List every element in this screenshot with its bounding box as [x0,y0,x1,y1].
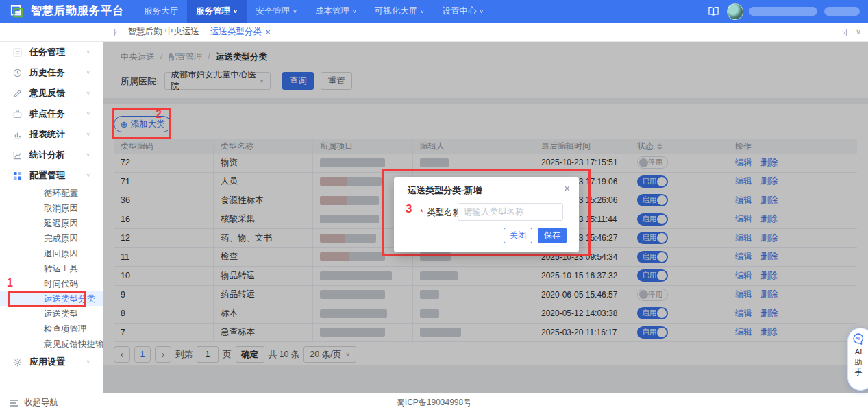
tasks-icon [12,47,23,58]
app-title: 智慧后勤服务平台 [31,4,124,19]
chevron-down-icon: ∨ [233,9,238,14]
sidebar-item[interactable]: 统计分析∨ [0,145,103,165]
tab-close-icon[interactable]: × [266,27,271,37]
chevron-down-icon: ∨ [86,111,90,117]
nav-item-3[interactable]: 安全管理∨ [247,0,306,23]
chevron-down-icon: ∨ [480,9,484,14]
annotation-box-2 [112,108,171,139]
ai-assistant-button[interactable]: AI AI 助 手 [847,328,868,391]
sidebar-item[interactable]: 任务管理∨ [0,42,103,62]
report-icon [12,129,23,140]
main-content: 中央运送 / 配置管理 / 运送类型分类 所属医院: 成都市妇女儿童中心医院 ▼… [103,42,868,393]
annotation-number-2: 2 [156,108,162,121]
nav-item-4[interactable]: 成本管理∨ [306,0,366,23]
add-category-modal: 运送类型分类-新增 × 3 * 类型名称 关闭 保存 [394,177,579,252]
sidebar: 任务管理∨历史任务∨意见反馈∨驻点任务∨报表统计∨统计分析∨配置管理∨循环配置取… [0,42,103,393]
tabs-scroll-right-icon[interactable]: ›| [843,28,847,36]
nav-item-label: 可视化大屏 [375,5,418,17]
ai-label-1: AI [851,347,866,357]
tab-bar: |‹ 智慧后勤-中央运送 运送类型分类 × ›| ∨ [0,23,868,42]
nav-item-label: 安全管理 [256,5,290,17]
sidebar-subitem[interactable]: 循环配置 [0,186,103,201]
required-asterisk: * [420,208,423,217]
chevron-down-icon: ∨ [86,359,90,365]
sidebar-item-label: 配置管理 [29,169,65,182]
sidebar-submenu: 循环配置取消原因延迟原因完成原因退回原因转运工具时间代码运送类型分类运送类型检查… [0,186,103,352]
sidebar-item[interactable]: 驻点任务∨ [0,104,103,124]
sidebar-subitem[interactable]: 转运工具 [0,261,103,276]
sidebar-subitem[interactable]: 完成原因 [0,231,103,246]
sidebar-item-label: 应用设置 [29,356,65,368]
app-logo-icon [10,5,24,19]
nav-item-1[interactable]: 服务大厅 [135,0,187,23]
footer-bar: 蜀ICP备19034998号 收起导航 [0,393,868,412]
tab-transport-type-category[interactable]: 运送类型分类 × [210,26,271,38]
modal-title: 运送类型分类-新增 [408,184,482,197]
sidebar-item[interactable]: 应用设置∨ [0,352,103,372]
station-icon [12,108,23,119]
nav-item-label: 设置中心 [443,5,477,17]
modal-close-button[interactable]: 关闭 [504,228,532,243]
chevron-down-icon: ∨ [86,70,90,75]
icp-number: 蜀ICP备19034998号 [0,397,868,409]
manual-book-icon[interactable] [707,6,720,16]
chevron-down-icon: ∨ [293,9,297,14]
redacted-role [824,7,860,16]
sidebar-item-label: 任务管理 [29,46,65,58]
tab-central-transport[interactable]: 智慧后勤-中央运送 [128,26,199,38]
nav-item-2[interactable]: 服务管理∨ [187,0,247,23]
annotation-number-1: 1 [7,277,13,289]
chevron-down-icon: ∨ [86,173,90,178]
svg-text:AI: AI [856,336,860,341]
redacted-username [749,7,817,16]
chevron-down-icon: ∨ [352,9,357,14]
annotation-number-3: 3 [406,202,412,216]
feedback-icon [12,88,23,99]
sidebar-item-label: 意见反馈 [29,87,65,99]
chevron-down-icon: ∨ [86,90,90,96]
tabs-menu-caret-icon[interactable]: ∨ [856,27,861,36]
sidebar-item-label: 报表统计 [29,128,65,141]
sidebar-subitem[interactable]: 取消原因 [0,201,103,216]
nav-item-5[interactable]: 可视化大屏∨ [366,0,434,23]
sidebar-subitem[interactable]: 时间代码 [0,276,103,291]
ai-label-3: 手 [851,367,866,378]
ai-head-icon: AI [851,332,866,347]
chevron-down-icon: ∨ [86,152,90,158]
app-window: 智慧后勤服务平台 服务大厅服务管理∨安全管理∨成本管理∨可视化大屏∨设置中心∨ … [0,0,868,412]
analysis-icon [12,149,23,160]
sidebar-item-label: 驻点任务 [29,108,65,120]
config-icon [12,170,23,181]
nav-item-label: 服务管理 [196,5,230,17]
nav-item-label: 服务大厅 [144,5,178,17]
nav-menu: 服务大厅服务管理∨安全管理∨成本管理∨可视化大屏∨设置中心∨ [135,0,493,23]
sidebar-item[interactable]: 意见反馈∨ [0,83,103,104]
history-icon [12,67,23,78]
nav-item-6[interactable]: 设置中心∨ [434,0,493,23]
type-name-input[interactable] [458,203,563,221]
sidebar-subitem[interactable]: 检查项管理 [0,322,103,337]
sidebar-subitem[interactable]: 退回原因 [0,246,103,261]
user-avatar[interactable] [727,3,743,20]
nav-item-label: 成本管理 [315,5,349,17]
modal-save-button[interactable]: 保存 [538,228,567,243]
chevron-down-icon: ∨ [86,49,90,55]
sidebar-item[interactable]: 历史任务∨ [0,62,103,83]
tab-bar-controls: ›| ∨ [843,27,861,36]
sidebar-subitem[interactable]: 延迟原因 [0,216,103,231]
modal-close-icon[interactable]: × [564,182,570,194]
ai-label-2: 助 [851,357,866,367]
chevron-down-icon: ∨ [86,132,90,137]
sidebar-item[interactable]: 报表统计∨ [0,124,103,145]
top-navbar: 智慧后勤服务平台 服务大厅服务管理∨安全管理∨成本管理∨可视化大屏∨设置中心∨ [0,0,868,23]
annotation-box-1 [8,291,86,307]
tabs-scroll-left-icon[interactable]: |‹ [114,28,117,36]
sidebar-subitem[interactable]: 运送类型 [0,306,103,322]
sidebar-item[interactable]: 配置管理∨ [0,165,103,186]
nav-right [707,3,860,20]
type-name-label: * 类型名称 [420,207,461,219]
sidebar-subitem[interactable]: 意见反馈快捷输入 [0,337,103,352]
settings-icon [12,356,23,367]
sidebar-item-label: 历史任务 [29,66,65,79]
sidebar-item-label: 统计分析 [29,149,65,161]
